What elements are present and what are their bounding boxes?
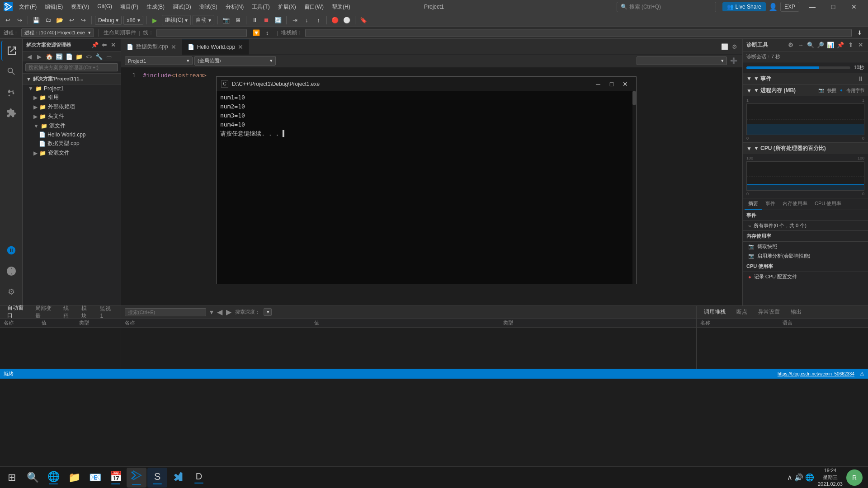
nav-prev-icon[interactable]: ◀ [217, 308, 222, 316]
gear-settings-icon[interactable]: ⚙ [731, 42, 739, 51]
diag-zoom-in-icon[interactable]: 🔍 [807, 41, 815, 49]
restart-button[interactable]: 🔄 [273, 15, 283, 25]
start-button[interactable]: ▶ [150, 15, 160, 25]
search-dropdown-icon[interactable]: ▾ [210, 308, 213, 316]
stepout-button[interactable]: ↑ [313, 15, 323, 25]
bottom-search-input[interactable] [125, 308, 206, 316]
undo2-button[interactable]: ↩ [66, 15, 76, 25]
debug-config-dropdown[interactable]: Debug ▾ [95, 16, 122, 25]
helloworld-tab-close[interactable]: ✕ [238, 43, 243, 51]
camera-button[interactable]: 📷 [221, 15, 231, 25]
ref-icon[interactable]: 🔧 [95, 52, 103, 61]
diag-close-icon[interactable]: ✕ [856, 41, 864, 49]
close-button[interactable]: ✕ [844, 0, 864, 14]
diag-pin-icon[interactable]: 📌 [836, 41, 844, 49]
tree-item-resources[interactable]: ▶ 📁 资源文件 [23, 148, 121, 158]
console-close-button[interactable]: ✕ [619, 79, 632, 89]
liveshare-button[interactable]: 👥 Live Share [722, 2, 766, 11]
project-scope-dropdown[interactable]: Project1 ▾ [125, 56, 193, 65]
menu-ext[interactable]: 扩展(X) [274, 2, 300, 12]
split-editor-icon[interactable]: ⬜ [721, 42, 729, 51]
search-taskbar-button[interactable]: 🔍 [23, 468, 42, 488]
tab-callstack[interactable]: 调用堆栈 [700, 307, 729, 317]
tree-item-helloworld[interactable]: 📄 Hello World.cpp [23, 131, 121, 139]
tab-watch1[interactable]: 监视 1 [96, 304, 117, 320]
vs-taskbar-button[interactable] [127, 468, 146, 488]
tray-network-icon[interactable]: 🌐 [805, 473, 814, 482]
sidebar-close-icon[interactable]: ✕ [109, 41, 117, 49]
stop-button[interactable]: ⏹ [261, 15, 271, 25]
tab-helloworld[interactable]: 📄 Hello World.cpp ✕ [182, 39, 249, 55]
pause-button[interactable]: ⏸ [250, 15, 259, 25]
extensions-icon[interactable] [1, 103, 21, 123]
menu-edit[interactable]: 编辑(E) [41, 2, 66, 12]
mail-taskbar-button[interactable]: 📧 [85, 468, 105, 488]
menu-debug[interactable]: 调试(D) [169, 2, 195, 12]
redo-button[interactable]: ↪ [14, 15, 24, 25]
start-taskbar-button[interactable]: ⊞ [2, 468, 22, 488]
remote-icon[interactable] [1, 261, 21, 281]
status-url[interactable]: https://blog.csdn.net/weixin_50662334 [778, 371, 854, 376]
console-minimize-button[interactable]: ─ [592, 79, 604, 89]
tree-item-headers[interactable]: ▶ 📁 头文件 [23, 112, 121, 121]
tree-item-datatypes[interactable]: 📄 数据类型.cpp [23, 139, 121, 148]
menu-window[interactable]: 窗口(W) [301, 2, 327, 12]
filter-button[interactable]: 🔽 [251, 28, 261, 38]
new-folder-icon[interactable]: 📁 [75, 52, 83, 61]
capture-snapshot-item[interactable]: 📷 截取快照 [743, 242, 868, 251]
nav-next-icon[interactable]: ▶ [226, 308, 231, 316]
stepover-button[interactable]: ⇥ [290, 15, 300, 25]
bookmark-button[interactable]: 🔖 [359, 15, 368, 25]
diag-tab-memory[interactable]: 内存使用率 [779, 198, 811, 210]
explorer-icon[interactable] [1, 41, 21, 61]
continue-dropdown[interactable]: 继续(C) ▾ [162, 15, 191, 25]
tab-threads[interactable]: 线程 [60, 304, 76, 321]
record-cpu-item[interactable]: ● 记录 CPU 配置文件 [743, 272, 868, 282]
sidebar-search-input[interactable] [25, 63, 118, 71]
minimize-button[interactable]: — [802, 0, 823, 14]
expand-button[interactable]: ⬇ [854, 28, 864, 38]
tab-exceptions[interactable]: 异常设置 [755, 307, 783, 317]
process-info[interactable]: 进程：[10740] Project1.exe ▾ [21, 28, 94, 37]
sidebar-pin-icon[interactable]: 📌 [91, 41, 99, 49]
auto-dropdown[interactable]: 自动 ▾ [193, 15, 214, 25]
global-scope-dropdown[interactable]: (全局范围) ▾ [194, 56, 276, 66]
source-control-icon[interactable] [1, 82, 21, 102]
line-input[interactable] [156, 29, 247, 37]
code-icon[interactable]: <> [85, 52, 93, 61]
tree-item-sources[interactable]: ▼ 📁 源文件 [23, 121, 121, 131]
menu-test[interactable]: 测试(S) [196, 2, 221, 12]
diag-tab-summary[interactable]: 摘要 [745, 198, 762, 210]
menu-analyze[interactable]: 分析(N) [222, 2, 248, 12]
events-header[interactable]: ▼ ▼ 事件 ⏸ [743, 73, 868, 84]
new-item-icon[interactable]: 📄 [65, 52, 73, 61]
stacktrace-input[interactable] [305, 29, 852, 37]
menu-file[interactable]: 文件(F) [15, 2, 40, 12]
tab-locals[interactable]: 局部变量 [32, 304, 58, 321]
edge-taskbar-button[interactable]: 🌐 [43, 468, 63, 488]
function-dropdown[interactable]: ▾ [637, 56, 727, 65]
save-button[interactable]: 💾 [31, 15, 41, 25]
sidebar-collapse-icon[interactable]: ⬅ [100, 41, 108, 49]
git-icon[interactable] [1, 240, 21, 260]
heap-analysis-item[interactable]: 📷 启用堆分析(会影响性能) [743, 251, 868, 261]
console-scrollbar[interactable] [632, 91, 636, 284]
search-activity-icon[interactable] [1, 61, 21, 81]
tab-output[interactable]: 输出 [787, 307, 805, 317]
tray-volume-icon[interactable]: 🔊 [794, 473, 803, 482]
tree-item-ref[interactable]: ▶ 📁 引用 [23, 93, 121, 102]
memory-header[interactable]: ▼ ▼ 进程内存 (MB) 📷 快照 ● 专用字节 [743, 85, 868, 96]
steam-taskbar-button[interactable]: S [147, 468, 167, 488]
menu-project[interactable]: 项目(P) [117, 2, 142, 12]
system-clock[interactable]: 19:24 星期三 2021.02.03 [818, 467, 843, 488]
settings-icon[interactable]: ⚙ [1, 282, 21, 302]
console-maximize-button[interactable]: □ [605, 79, 618, 89]
cpu-header[interactable]: ▼ ▼ CPU (所有处理器的百分比) [743, 143, 868, 154]
screen-button[interactable]: 🖥 [233, 15, 243, 25]
sync-icon[interactable]: 🔄 [55, 52, 63, 61]
nav-back-icon[interactable]: ◀ [25, 52, 33, 61]
tray-expand-icon[interactable]: ∧ [787, 473, 793, 482]
diag-expand-icon[interactable]: ⬆ [846, 41, 854, 49]
diag-tab-cpu[interactable]: CPU 使用率 [811, 198, 845, 210]
person-icon[interactable]: 👤 [769, 3, 778, 11]
